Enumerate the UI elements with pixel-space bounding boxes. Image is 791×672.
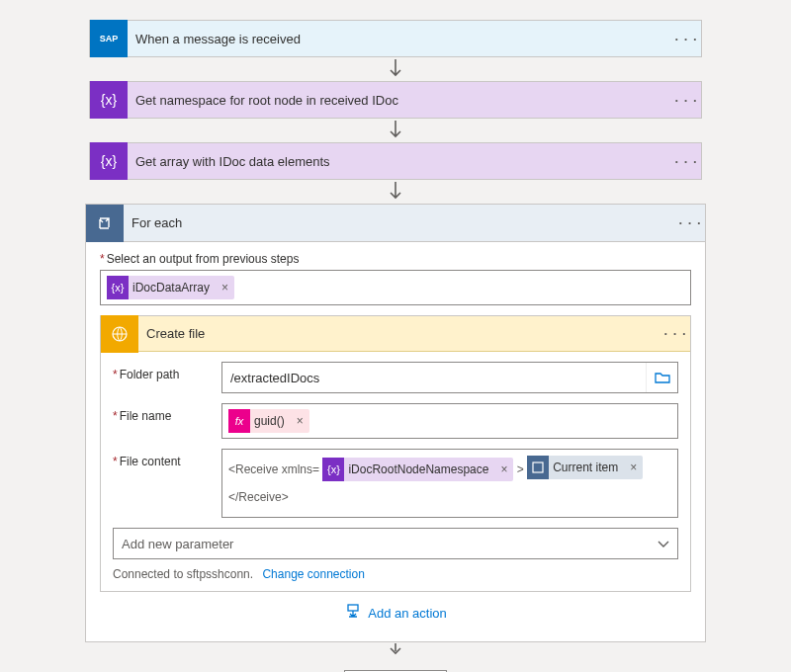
arrow-icon	[389, 57, 402, 81]
trigger-card[interactable]: SAP When a message is received · · ·	[89, 20, 702, 57]
svg-rect-2	[348, 605, 358, 611]
add-parameter-dropdown[interactable]: Add new parameter	[113, 528, 678, 559]
variable-icon: {x}	[90, 81, 128, 119]
sftp-icon	[101, 315, 138, 353]
loop-icon	[86, 205, 124, 242]
folder-path-label: Folder path	[113, 362, 221, 381]
create-file-title: Create file	[138, 326, 660, 341]
folder-picker-icon[interactable]	[646, 363, 677, 392]
folder-path-value: /extractedIDocs	[222, 371, 646, 385]
file-content-input[interactable]: <Receive xmlns= {x} iDocRootNodeNamespac…	[221, 449, 678, 518]
variable-icon: {x}	[90, 142, 128, 180]
folder-path-input[interactable]: /extractedIDocs	[221, 362, 678, 393]
connection-info: Connected to sftpsshconn. Change connect…	[113, 567, 678, 581]
trigger-title: When a message is received	[128, 32, 671, 46]
variable-icon: {x}	[107, 276, 129, 299]
token-remove[interactable]: ×	[494, 456, 513, 483]
create-file-menu[interactable]: · · ·	[660, 326, 690, 341]
step-namespace-menu[interactable]: · · ·	[671, 93, 701, 108]
arrow-icon	[389, 119, 402, 142]
loop-icon	[527, 456, 549, 479]
step-array-card[interactable]: {x} Get array with IDoc data elements · …	[89, 142, 702, 180]
token-remove[interactable]: ×	[216, 281, 234, 294]
foreach-title: For each	[124, 215, 675, 230]
foreach-select-input[interactable]: {x} iDocDataArray ×	[100, 270, 691, 305]
foreach-menu[interactable]: · · ·	[675, 215, 705, 230]
file-name-input[interactable]: fx guid() ×	[221, 403, 678, 439]
token-idocdataarray[interactable]: {x} iDocDataArray ×	[107, 276, 234, 299]
foreach-header[interactable]: For each · · ·	[86, 205, 705, 242]
change-connection-link[interactable]: Change connection	[262, 567, 364, 581]
arrow-icon	[389, 180, 402, 204]
add-action-button[interactable]: Add an action	[100, 592, 691, 628]
add-action-icon	[344, 604, 362, 622]
token-namespace[interactable]: {x} iDocRootNodeNamespace ×	[322, 458, 513, 481]
svg-rect-1	[533, 462, 543, 472]
step-namespace-title: Get namespace for root node in received …	[128, 93, 671, 108]
token-current-item[interactable]: Current item ×	[527, 456, 643, 479]
step-array-menu[interactable]: · · ·	[671, 154, 701, 169]
file-name-label: File name	[113, 403, 221, 423]
chevron-down-icon	[658, 537, 669, 551]
token-remove[interactable]: ×	[291, 414, 309, 428]
foreach-select-label: Select an output from previous steps	[100, 252, 691, 266]
trigger-menu[interactable]: · · ·	[671, 32, 701, 46]
token-remove[interactable]: ×	[624, 454, 643, 481]
step-array-title: Get array with IDoc data elements	[128, 154, 671, 169]
file-content-label: File content	[113, 449, 221, 468]
arrow-icon	[389, 642, 402, 656]
fx-icon: fx	[228, 409, 250, 433]
sap-icon: SAP	[90, 20, 128, 57]
token-guid[interactable]: fx guid() ×	[228, 409, 309, 433]
step-namespace-card[interactable]: {x} Get namespace for root node in recei…	[89, 81, 702, 119]
create-file-header[interactable]: Create file · · ·	[101, 316, 690, 352]
variable-icon: {x}	[322, 458, 344, 481]
create-file-card: Create file · · · Folder path /extracted…	[100, 315, 691, 592]
foreach-container: For each · · · Select an output from pre…	[85, 204, 706, 642]
